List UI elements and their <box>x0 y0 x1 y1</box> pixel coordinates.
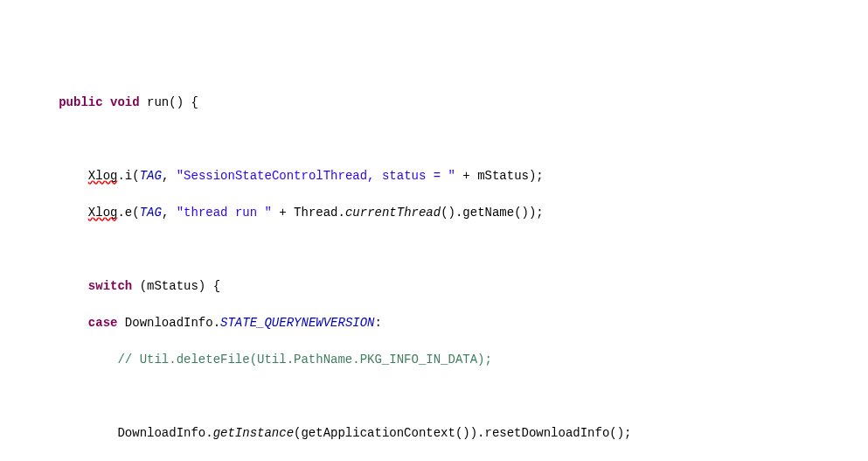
code-text: ().getName()); <box>441 206 544 220</box>
keyword-public: public <box>59 95 102 109</box>
keyword-void: void <box>110 95 140 109</box>
indent <box>0 169 88 183</box>
indent <box>0 206 88 220</box>
code-text: .e( <box>117 206 139 220</box>
code-text: , <box>162 206 177 220</box>
code-line[interactable]: // Util.deleteFile(Util.PathName.PKG_INF… <box>0 351 868 369</box>
const-tag: TAG <box>140 206 162 220</box>
code-text: .i( <box>117 169 139 183</box>
indent <box>0 279 88 293</box>
xlog-ref: Xlog <box>88 206 118 220</box>
code-text: (getApplicationContext()).resetDownloadI… <box>294 426 631 440</box>
code-text: , <box>162 169 177 183</box>
code-line[interactable]: switch (mStatus) { <box>0 277 868 296</box>
code-line[interactable]: DownloadInfo.getInstance(getApplicationC… <box>0 424 868 443</box>
const-tag: TAG <box>140 169 162 183</box>
comment: // Util.deleteFile(Util.PathName.PKG_INF… <box>117 353 491 367</box>
code-line[interactable] <box>0 241 868 259</box>
code-line[interactable]: Xlog.e(TAG, "thread run " + Thread.curre… <box>0 204 868 222</box>
code-line[interactable]: case DownloadInfo.STATE_QUERYNEWVERSION: <box>0 314 868 332</box>
string-literal: "SessionStateControlThread, status = " <box>177 169 455 183</box>
code-editor[interactable]: public void run() { Xlog.i(TAG, "Session… <box>0 73 868 461</box>
const-state: STATE_QUERYNEWVERSION <box>220 316 374 330</box>
code-text: DownloadInfo. <box>117 316 220 330</box>
xlog-ref: Xlog <box>88 169 118 183</box>
string-literal: "thread run " <box>177 206 272 220</box>
keyword-case: case <box>88 316 118 330</box>
keyword-switch: switch <box>88 279 132 293</box>
code-text: + Thread. <box>272 206 345 220</box>
indent <box>0 426 117 440</box>
static-method: currentThread <box>345 206 441 220</box>
static-method: getInstance <box>213 426 294 440</box>
code-line[interactable] <box>0 130 868 149</box>
code-text: (mStatus) { <box>132 279 220 293</box>
indent <box>0 353 117 367</box>
code-text: + mStatus); <box>455 169 544 183</box>
code-text: DownloadInfo. <box>117 426 212 440</box>
indent <box>0 316 88 330</box>
code-line[interactable]: Xlog.i(TAG, "SessionStateControlThread, … <box>0 167 868 185</box>
code-line[interactable] <box>0 388 868 406</box>
code-text: run() { <box>140 95 198 109</box>
code-text: : <box>375 316 382 330</box>
code-line[interactable]: public void run() { <box>0 94 868 112</box>
